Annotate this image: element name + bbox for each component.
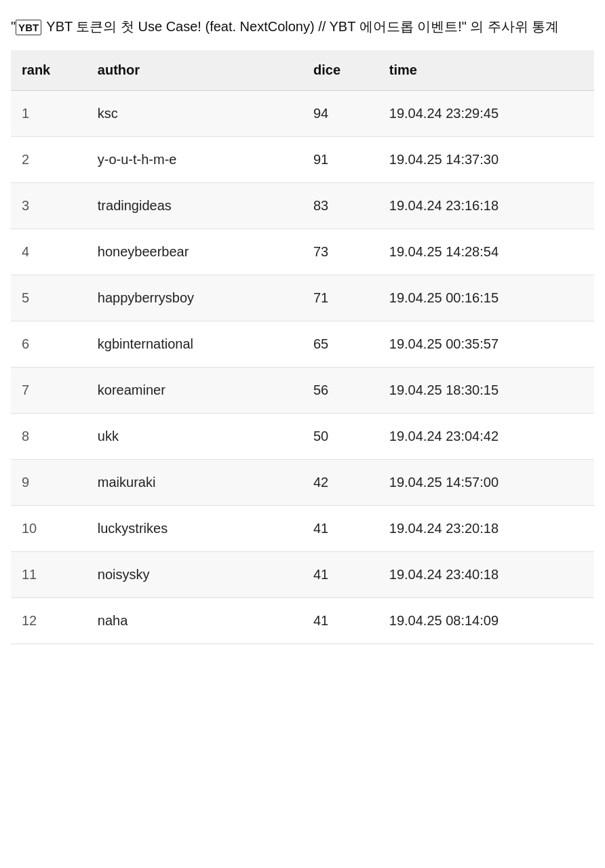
cell-dice: 56 [302,368,378,414]
cell-dice: 41 [302,552,378,598]
dice-stats-table: rank author dice time 1ksc9419.04.24 23:… [11,50,594,644]
cell-author: naha [87,598,302,644]
cell-rank: 11 [11,552,87,598]
cell-dice: 50 [302,414,378,460]
table-row: 9maikuraki4219.04.25 14:57:00 [11,460,594,506]
cell-rank: 7 [11,368,87,414]
cell-rank: 9 [11,460,87,506]
table-row: 2y-o-u-t-h-m-e9119.04.25 14:37:30 [11,137,594,183]
cell-author: honeybeerbear [87,229,302,275]
cell-rank: 10 [11,506,87,552]
cell-author: y-o-u-t-h-m-e [87,137,302,183]
table-row: 5happyberrysboy7119.04.25 00:16:15 [11,275,594,321]
cell-dice: 41 [302,598,378,644]
cell-time: 19.04.25 00:16:15 [378,275,594,321]
cell-author: kgbinternational [87,321,302,368]
cell-time: 19.04.24 23:04:42 [378,414,594,460]
header-author: author [87,50,302,91]
table-row: 3tradingideas8319.04.24 23:16:18 [11,183,594,229]
page-title: "YBT YBT 토큰의 첫 Use Case! (feat. NextColo… [11,16,594,37]
header-rank: rank [11,50,87,91]
cell-time: 19.04.25 14:37:30 [378,137,594,183]
table-row: 1ksc9419.04.24 23:29:45 [11,91,594,137]
cell-author: koreaminer [87,368,302,414]
cell-author: noisysky [87,552,302,598]
cell-rank: 3 [11,183,87,229]
cell-time: 19.04.25 18:30:15 [378,368,594,414]
header-dice: dice [302,50,378,91]
cell-rank: 8 [11,414,87,460]
cell-time: 19.04.25 08:14:09 [378,598,594,644]
cell-time: 19.04.24 23:40:18 [378,552,594,598]
cell-dice: 73 [302,229,378,275]
table-header-row: rank author dice time [11,50,594,91]
cell-author: ukk [87,414,302,460]
cell-time: 19.04.24 23:29:45 [378,91,594,137]
cell-dice: 41 [302,506,378,552]
ybt-badge: YBT [16,20,41,35]
table-row: 12naha4119.04.25 08:14:09 [11,598,594,644]
table-row: 10luckystrikes4119.04.24 23:20:18 [11,506,594,552]
cell-time: 19.04.25 14:28:54 [378,229,594,275]
cell-author: tradingideas [87,183,302,229]
cell-time: 19.04.25 14:57:00 [378,460,594,506]
cell-time: 19.04.25 00:35:57 [378,321,594,368]
table-row: 8ukk5019.04.24 23:04:42 [11,414,594,460]
cell-rank: 5 [11,275,87,321]
cell-rank: 6 [11,321,87,368]
cell-dice: 65 [302,321,378,368]
page-container: "YBT YBT 토큰의 첫 Use Case! (feat. NextColo… [0,0,605,671]
table-row: 4honeybeerbear7319.04.25 14:28:54 [11,229,594,275]
cell-time: 19.04.24 23:20:18 [378,506,594,552]
cell-time: 19.04.24 23:16:18 [378,183,594,229]
table-row: 6kgbinternational6519.04.25 00:35:57 [11,321,594,368]
cell-author: happyberrysboy [87,275,302,321]
cell-rank: 2 [11,137,87,183]
cell-author: maikuraki [87,460,302,506]
cell-rank: 4 [11,229,87,275]
cell-rank: 1 [11,91,87,137]
cell-author: ksc [87,91,302,137]
table-row: 11noisysky4119.04.24 23:40:18 [11,552,594,598]
cell-dice: 94 [302,91,378,137]
cell-author: luckystrikes [87,506,302,552]
cell-dice: 83 [302,183,378,229]
cell-dice: 42 [302,460,378,506]
cell-dice: 71 [302,275,378,321]
cell-dice: 91 [302,137,378,183]
header-time: time [378,50,594,91]
cell-rank: 12 [11,598,87,644]
table-row: 7koreaminer5619.04.25 18:30:15 [11,368,594,414]
